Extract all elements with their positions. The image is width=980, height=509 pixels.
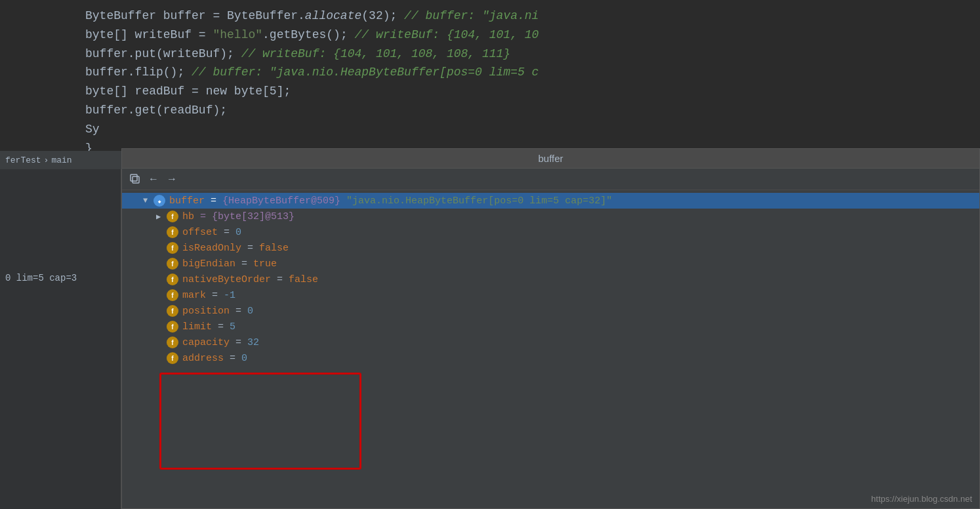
code-line-2: byte[] writeBuf = "hello".getBytes(); //… [85,26,980,45]
expand-icon-buffer[interactable]: ▼ [143,196,153,205]
field-icon-mark: f [167,289,178,301]
tree-row-isreadonly[interactable]: f isReadOnly = false [122,240,979,256]
tree-row-capacity[interactable]: f capacity = 32 [122,335,979,350]
tree-row-address[interactable]: f address = 0 [122,350,979,366]
watermark: https://xiejun.blog.csdn.net [871,494,972,504]
tree-row-bigendian[interactable]: f bigEndian = true [122,256,979,272]
forward-button[interactable]: → [164,171,180,187]
debug-tree: ▼ ⬥ buffer = {HeapByteBuffer@509} "java.… [122,190,979,508]
field-icon-isreadonly: f [167,242,178,254]
code-line-3: buffer.put(writeBuf); // writeBuf: {104,… [85,45,980,64]
tree-row-offset[interactable]: f offset = 0 [122,224,979,240]
code-line-7: Sy [85,120,980,139]
svg-rect-1 [131,174,137,181]
field-icon-offset: f [167,226,178,238]
tree-row-limit[interactable]: f limit = 5 [122,319,979,335]
tree-row-buffer[interactable]: ▼ ⬥ buffer = {HeapByteBuffer@509} "java.… [122,193,979,209]
field-icon-address: f [167,352,178,364]
field-icon-nativebyteorder: f [167,274,178,285]
debug-popup: buffer ← → ▼ ⬥ buffer = {HeapByteBuffer@… [121,148,980,509]
back-button[interactable]: ← [146,171,161,187]
breadcrumb-item-fertest[interactable]: ferTest [5,155,41,165]
popup-toolbar: ← → [122,169,979,190]
svg-rect-0 [133,176,139,183]
field-icon-bigendian: f [167,258,178,270]
code-line-5-highlighted: byte[] readBuf = new byte[5]; [85,82,980,101]
field-icon-capacity: f [167,336,178,348]
expand-icon-hb[interactable]: ▶ [156,212,167,222]
breadcrumb-separator: › [44,155,49,165]
tree-row-position[interactable]: f position = 0 [122,303,979,319]
code-editor: ByteBuffer buffer = ByteBuffer.allocate(… [0,0,980,151]
code-line-6: buffer.get(readBuf); [85,101,980,120]
field-icon-position: f [167,305,178,317]
copy-button[interactable] [127,171,143,187]
sidebar-status: 0 lim=5 cap=3 [0,270,121,286]
field-icon-limit: f [167,321,178,333]
code-line-4: buffer.flip(); // buffer: "java.nio.Heap… [85,63,980,82]
popup-title: buffer [122,149,979,169]
tree-row-nativebyteorder[interactable]: f nativeByteOrder = false [122,272,979,287]
tree-row-hb[interactable]: ▶ f hb = {byte[32]@513} [122,209,979,224]
link-field-icon: ⬥ [153,195,165,207]
field-icon-hb: f [167,211,178,222]
breadcrumb-item-main[interactable]: main [51,155,71,165]
code-line-1: ByteBuffer buffer = ByteBuffer.allocate(… [85,7,980,26]
tree-row-mark[interactable]: f mark = -1 [122,287,979,303]
